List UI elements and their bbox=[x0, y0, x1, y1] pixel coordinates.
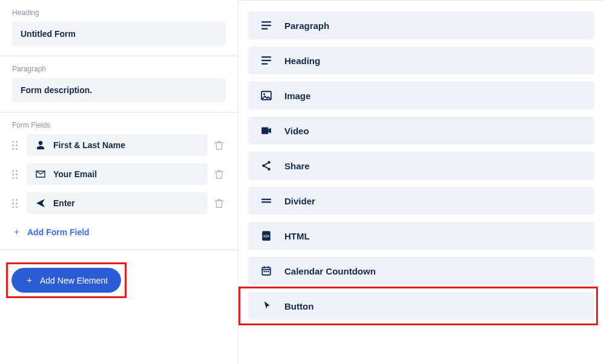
user-icon bbox=[35, 140, 46, 150]
paragraph-icon bbox=[260, 20, 272, 31]
element-option-label: Button bbox=[284, 301, 313, 311]
form-field-item[interactable]: Your Email bbox=[27, 163, 208, 185]
add-form-field-label: Add Form Field bbox=[27, 227, 90, 237]
element-option-label: Divider bbox=[284, 196, 315, 206]
drag-handle-icon[interactable] bbox=[12, 141, 22, 150]
form-fields-label: Form Fields bbox=[12, 121, 226, 129]
element-option-html[interactable]: HTML bbox=[248, 222, 594, 250]
html-icon bbox=[260, 230, 272, 241]
share-icon bbox=[260, 160, 272, 171]
delete-field-button[interactable] bbox=[212, 140, 226, 150]
calendar-icon bbox=[260, 265, 272, 276]
heading-section: Heading Untitled Form bbox=[0, 0, 238, 56]
heading-label: Heading bbox=[12, 8, 226, 17]
form-editor-panel: Heading Untitled Form Paragraph Form des… bbox=[0, 0, 238, 364]
element-option-button[interactable]: Button bbox=[248, 292, 594, 320]
element-option-label: Paragraph bbox=[284, 21, 329, 31]
element-option-label: Video bbox=[284, 126, 309, 136]
form-field-row: First & Last Name bbox=[12, 134, 226, 156]
element-option-image[interactable]: Image bbox=[248, 82, 594, 109]
element-option-paragraph[interactable]: Paragraph bbox=[248, 11, 594, 39]
form-field-item[interactable]: Enter bbox=[27, 192, 208, 214]
pointer-icon bbox=[260, 301, 272, 311]
image-icon bbox=[260, 90, 272, 101]
delete-field-button[interactable] bbox=[212, 169, 226, 179]
plus-icon: ＋ bbox=[25, 275, 34, 286]
element-option-divider[interactable]: Divider bbox=[248, 187, 594, 215]
form-field-label: Enter bbox=[53, 198, 75, 208]
add-new-element-button[interactable]: ＋ Add New Element bbox=[11, 268, 121, 293]
delete-field-button[interactable] bbox=[212, 198, 226, 208]
element-option-video[interactable]: Video bbox=[248, 117, 594, 145]
element-option-share[interactable]: Share bbox=[248, 152, 594, 180]
element-option-label: Image bbox=[284, 91, 310, 101]
form-field-row: Enter bbox=[12, 192, 226, 214]
paragraph-section: Paragraph Form description. bbox=[0, 56, 238, 112]
drag-handle-icon[interactable] bbox=[12, 170, 22, 179]
form-field-label: First & Last Name bbox=[53, 140, 125, 150]
add-element-area: ＋ Add New Element bbox=[0, 250, 238, 310]
form-fields-section: Form Fields First & Last Name Your Email… bbox=[0, 112, 238, 250]
element-option-label: HTML bbox=[284, 231, 310, 241]
plus-icon: ＋ bbox=[12, 226, 21, 238]
drag-handle-icon[interactable] bbox=[12, 199, 22, 208]
element-option-label: Heading bbox=[284, 56, 320, 66]
add-new-element-label: Add New Element bbox=[40, 276, 108, 285]
envelope-icon bbox=[35, 169, 46, 179]
form-field-label: Your Email bbox=[53, 169, 97, 179]
paragraph-label: Paragraph bbox=[12, 65, 226, 73]
divider-icon bbox=[260, 195, 272, 206]
element-option-heading[interactable]: Heading bbox=[248, 47, 594, 74]
heading-input[interactable]: Untitled Form bbox=[12, 22, 226, 46]
element-option-label: Calendar Countdown bbox=[284, 266, 376, 276]
send-icon bbox=[35, 198, 46, 208]
form-field-row: Your Email bbox=[12, 163, 226, 185]
add-form-field-link[interactable]: ＋ Add Form Field bbox=[12, 221, 226, 244]
paragraph-icon bbox=[260, 55, 272, 66]
video-icon bbox=[260, 125, 272, 136]
element-option-label: Share bbox=[284, 161, 310, 171]
element-picker-panel: Paragraph Heading Image Video Share Divi… bbox=[238, 0, 604, 364]
add-element-highlight: ＋ Add New Element bbox=[6, 262, 126, 298]
element-option-calendar-countdown[interactable]: Calendar Countdown bbox=[248, 257, 594, 285]
paragraph-input[interactable]: Form description. bbox=[12, 78, 226, 102]
form-field-item[interactable]: First & Last Name bbox=[27, 134, 208, 156]
